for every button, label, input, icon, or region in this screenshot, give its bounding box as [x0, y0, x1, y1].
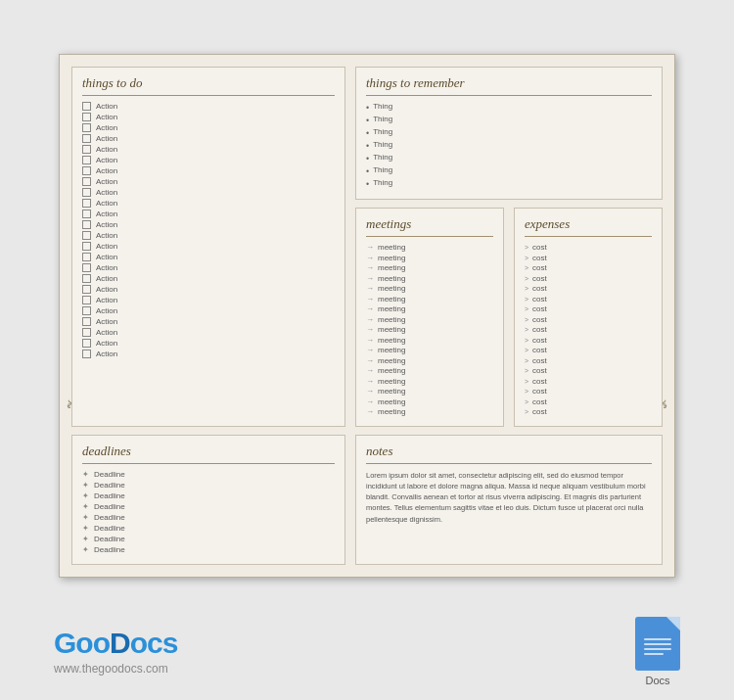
todo-checkbox[interactable]	[82, 220, 91, 229]
deadline-item: ✦Deadline	[82, 491, 335, 500]
diamond-icon: ✦	[82, 545, 89, 554]
remember-item-text: Thing	[373, 140, 392, 149]
todo-checkbox[interactable]	[82, 210, 91, 218]
expense-item: >cost	[525, 243, 652, 252]
brand-bracket: D	[110, 627, 130, 659]
todo-checkbox[interactable]	[82, 253, 91, 261]
todo-checkbox[interactable]	[82, 188, 91, 197]
todo-item: Action	[82, 296, 335, 304]
brand-footer: GooDocs www.thegoodocs.com Docs	[0, 587, 734, 686]
brand-name: GooDocs	[54, 627, 177, 660]
meeting-item-text: meeting	[378, 284, 405, 293]
meeting-item: →meeting	[366, 243, 493, 252]
todo-item: Action	[82, 253, 335, 261]
arrow-icon: →	[366, 346, 374, 354]
meeting-item: →meeting	[366, 284, 493, 293]
todo-checkbox[interactable]	[82, 123, 91, 132]
todo-item: Action	[82, 220, 335, 229]
todo-item: Action	[82, 231, 335, 240]
remember-item: •Thing	[366, 165, 652, 176]
diamond-icon: ✦	[82, 470, 89, 479]
todo-checkbox[interactable]	[82, 317, 91, 326]
remember-item-text: Thing	[373, 165, 392, 174]
todo-checkbox[interactable]	[82, 339, 91, 348]
todo-checkbox[interactable]	[82, 328, 91, 337]
todo-checkbox[interactable]	[82, 231, 91, 240]
meeting-item-text: meeting	[378, 274, 405, 283]
chevron-icon: >	[525, 255, 528, 261]
expense-item-text: cost	[532, 346, 547, 354]
expense-item: >cost	[525, 304, 652, 313]
chevron-icon: >	[525, 296, 528, 303]
todo-item-text: Action	[96, 274, 117, 283]
todo-item: Action	[82, 134, 335, 143]
meeting-item-text: meeting	[378, 397, 405, 406]
todo-checkbox[interactable]	[82, 102, 91, 111]
remember-item: •Thing	[366, 178, 652, 189]
todo-checkbox[interactable]	[82, 296, 91, 304]
page-wrapper: ❧ ❧ things to do ActionActionActionActio…	[0, 0, 734, 700]
arrow-icon: →	[366, 243, 374, 252]
docs-line-3	[644, 648, 671, 650]
chevron-icon: >	[525, 244, 528, 251]
remember-item-text: Thing	[373, 127, 392, 136]
diamond-icon: ✦	[82, 535, 89, 543]
todo-list: ActionActionActionActionActionActionActi…	[82, 102, 335, 358]
meeting-item-text: meeting	[378, 366, 405, 375]
deadline-item-text: Deadline	[94, 524, 125, 533]
expense-item-text: cost	[532, 284, 547, 293]
bullet-icon: •	[366, 141, 369, 151]
todo-checkbox[interactable]	[82, 306, 91, 315]
diamond-icon: ✦	[82, 502, 89, 511]
meeting-item: →meeting	[366, 274, 493, 283]
meetings-expenses-row: meetings →meeting→meeting→meeting→meetin…	[355, 208, 663, 427]
todo-item: Action	[82, 156, 335, 164]
todo-item-text: Action	[96, 145, 117, 154]
todo-item-text: Action	[96, 263, 117, 272]
arrow-icon: →	[366, 274, 374, 283]
todo-checkbox[interactable]	[82, 134, 91, 143]
expense-item: >cost	[525, 274, 652, 283]
meeting-item: →meeting	[366, 387, 493, 396]
notes-content: Lorem ipsum dolor sit amet, consectetur …	[366, 470, 652, 525]
remember-item-text: Thing	[373, 115, 392, 123]
chevron-icon: >	[525, 337, 528, 344]
todo-checkbox[interactable]	[82, 199, 91, 208]
arrow-icon: →	[366, 377, 374, 386]
bullet-icon: •	[366, 116, 369, 125]
remember-item-text: Thing	[373, 102, 392, 111]
todo-checkbox[interactable]	[82, 113, 91, 121]
expense-item-text: cost	[532, 274, 547, 283]
todo-item-text: Action	[96, 317, 117, 326]
todo-checkbox[interactable]	[82, 145, 91, 154]
todo-checkbox[interactable]	[82, 285, 91, 294]
todo-checkbox[interactable]	[82, 274, 91, 283]
todo-checkbox[interactable]	[82, 350, 91, 358]
todo-item: Action	[82, 177, 335, 186]
expense-item: >cost	[525, 387, 652, 396]
todo-item: Action	[82, 350, 335, 358]
meeting-item-text: meeting	[378, 254, 405, 262]
chevron-icon: >	[525, 388, 528, 395]
meeting-item: →meeting	[366, 325, 493, 334]
deadline-item: ✦Deadline	[82, 481, 335, 490]
meeting-item-text: meeting	[378, 356, 405, 365]
meeting-item: →meeting	[366, 315, 493, 324]
chevron-icon: >	[525, 398, 528, 405]
chevron-icon: >	[525, 305, 528, 312]
brand-name-text2: ocs	[130, 627, 178, 659]
todo-checkbox[interactable]	[82, 242, 91, 251]
todo-checkbox[interactable]	[82, 166, 91, 175]
meetings-title: meetings	[366, 216, 493, 237]
expense-item-text: cost	[532, 325, 547, 334]
todo-checkbox[interactable]	[82, 263, 91, 272]
todo-checkbox[interactable]	[82, 177, 91, 186]
docs-lines	[644, 638, 671, 655]
todo-item: Action	[82, 242, 335, 251]
expense-item-text: cost	[532, 304, 547, 313]
todo-item-text: Action	[96, 188, 117, 197]
bullet-icon: •	[366, 179, 369, 189]
chevron-icon: >	[525, 316, 528, 323]
expense-item: >cost	[525, 295, 652, 303]
todo-checkbox[interactable]	[82, 156, 91, 164]
